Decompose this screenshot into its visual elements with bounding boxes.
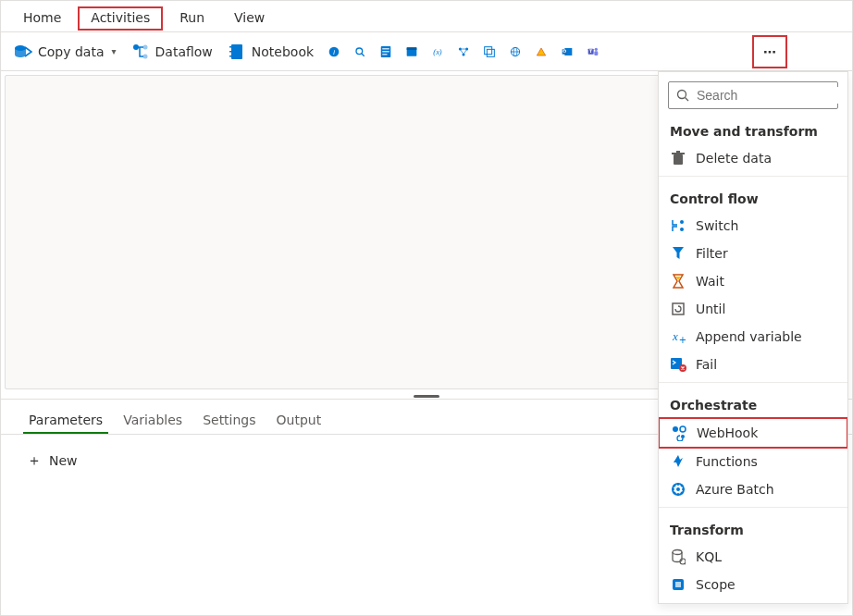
notebook-icon [228,43,246,61]
svg-point-34 [678,91,686,99]
svg-rect-37 [672,153,685,154]
svg-rect-17 [407,47,417,50]
scope-icon [670,576,686,593]
menu-label: Azure Batch [696,482,774,497]
menu-item-webhook[interactable]: WebHook [658,417,848,449]
menu-item-functions[interactable]: Functions [659,448,847,475]
divider [659,507,847,508]
svg-point-2 [142,44,147,49]
svg-rect-7 [229,55,232,57]
semantic-model-icon[interactable] [532,43,550,61]
svg-point-48 [681,435,685,438]
menu-label: Until [696,302,725,316]
svg-point-10 [356,48,363,55]
menu-search-input[interactable] [695,87,848,104]
kql-icon [670,548,686,565]
pipeline-icon[interactable] [454,43,473,61]
copy-data-button[interactable]: Copy data ▾ [10,41,120,63]
search-icon[interactable] [351,43,369,61]
svg-rect-55 [675,582,681,587]
functions-icon [670,453,686,470]
more-activities-button[interactable]: ⋯ [752,35,787,68]
webhook-icon [671,425,687,441]
menu-item-until[interactable]: Until [659,295,847,323]
svg-point-40 [680,228,684,231]
variable-icon[interactable]: (x) [428,43,447,61]
svg-point-3 [142,54,147,58]
btab-output[interactable]: Output [271,409,328,434]
svg-rect-32 [594,51,598,55]
svg-point-31 [595,47,598,50]
top-tabs: Home Activities Run View [1,1,852,32]
divider [659,176,847,177]
svg-text:x: x [672,329,678,343]
svg-rect-41 [673,303,684,314]
tab-home[interactable]: Home [10,6,74,31]
menu-label: Filter [696,246,728,261]
web-icon[interactable] [506,43,525,61]
svg-text:+: + [679,335,686,344]
menu-label: Fail [696,357,717,372]
menu-item-fail[interactable]: Fail [659,351,847,378]
search-icon [676,87,689,104]
menu-label: Scope [696,577,736,592]
teams-icon[interactable]: T [584,43,602,61]
plus-icon: ＋ [27,453,42,468]
tab-activities[interactable]: Activities [78,6,163,31]
menu-item-filter[interactable]: Filter [659,240,847,267]
svg-point-21 [463,53,465,55]
menu-item-scope[interactable]: Scope [659,571,847,598]
menu-search-wrap [659,72,847,113]
svg-rect-4 [231,44,242,59]
svg-rect-23 [487,49,494,56]
info-icon[interactable]: i [325,43,343,61]
dataflow-button[interactable]: Dataflow [128,41,216,63]
notebook-button[interactable]: Notebook [224,41,317,63]
svg-point-19 [459,47,462,50]
new-parameter-button[interactable]: ＋ New [27,453,78,468]
app-root: Home Activities Run View Copy data ▾ Dat… [0,0,853,616]
menu-item-wait[interactable]: Wait [659,267,847,295]
menu-search[interactable] [668,81,838,109]
svg-rect-14 [382,51,389,52]
foreach-icon[interactable] [480,43,499,61]
wait-icon [670,273,686,290]
btab-variables[interactable]: Variables [117,409,188,434]
svg-text:(x): (x) [433,48,442,56]
menu-item-switch[interactable]: Switch [659,212,847,240]
menu-label: Functions [696,454,758,469]
svg-point-50 [676,487,680,491]
divider [659,382,847,383]
menu-item-kql[interactable]: KQL [659,543,847,571]
new-label: New [49,453,78,468]
outlook-icon[interactable]: O [558,43,576,61]
append-variable-icon: x+ [670,328,686,345]
fail-icon [670,356,686,373]
section-transform: Transform [659,511,847,543]
svg-line-11 [362,54,365,56]
btab-parameters[interactable]: Parameters [23,409,108,434]
svg-point-51 [673,550,682,555]
main-area: Parameters Variables Settings Output ＋ N… [1,71,852,615]
azure-batch-icon [670,481,686,498]
menu-label: KQL [696,549,722,564]
svg-line-35 [686,98,689,102]
section-control-flow: Control flow [659,180,847,212]
menu-item-azure-batch[interactable]: Azure Batch [659,475,847,503]
tab-run[interactable]: Run [167,6,217,31]
svg-rect-6 [229,51,232,53]
btab-settings[interactable]: Settings [197,409,261,434]
svg-rect-13 [382,48,389,49]
menu-item-delete-data[interactable]: Delete data [659,144,847,172]
toolbar: Copy data ▾ Dataflow Notebook i (x) O T … [1,32,852,71]
stored-proc-icon[interactable] [402,43,421,61]
svg-text:O: O [562,49,566,54]
menu-label: Switch [696,218,738,233]
menu-label: Append variable [696,329,802,344]
script-icon[interactable] [377,43,395,61]
menu-item-append-variable[interactable]: x+ Append variable [659,323,847,351]
svg-point-39 [680,220,684,224]
svg-rect-15 [382,54,387,55]
switch-icon [670,217,686,234]
tab-view[interactable]: View [221,6,278,31]
